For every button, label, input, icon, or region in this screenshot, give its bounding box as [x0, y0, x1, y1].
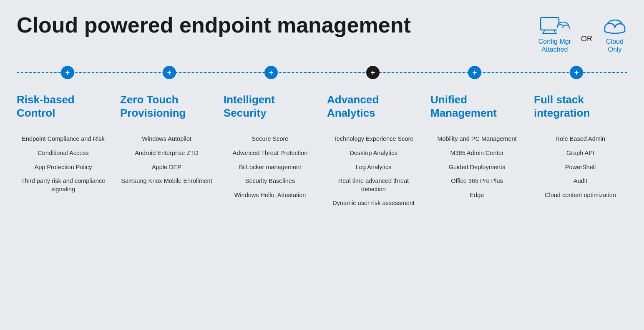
list-item: Advanced Threat Protection: [224, 149, 317, 158]
list-item: App Protection Policy: [17, 163, 110, 172]
column-title-intelligent-security: Intelligent Security: [224, 93, 317, 127]
list-item: Graph API: [534, 149, 627, 158]
monitor-cloud-icon: [540, 17, 570, 36]
header: Cloud powered endpoint management: [17, 13, 627, 53]
list-item: Office 365 Pro Plus: [430, 177, 523, 185]
timeline-node-6: +: [570, 66, 583, 79]
list-item: Endpoint Compliance and Risk: [17, 135, 110, 143]
list-item: Apple DEP: [120, 163, 213, 172]
column-risk-based-control: Risk-based ControlEndpoint Compliance an…: [17, 93, 115, 207]
list-item: Mobility and PC Management: [430, 135, 523, 143]
column-items-zero-touch-provisioning: Windows AutopilotAndroid Enterprise ZTDA…: [120, 135, 213, 185]
list-item: Edge: [430, 191, 523, 200]
list-item: Security Baselines: [224, 177, 317, 185]
timeline-node-2: +: [163, 66, 176, 79]
header-right: Config MgrAttached OR CloudOnly: [538, 13, 627, 53]
columns-container: Risk-based ControlEndpoint Compliance an…: [17, 93, 627, 207]
list-item: Dynamic user risk assessment: [327, 199, 420, 208]
column-title-risk-based-control: Risk-based Control: [17, 93, 110, 127]
list-item: Secure Score: [224, 135, 317, 143]
column-full-stack-integration: Full stack integrationRole Based AdminGr…: [529, 93, 627, 207]
list-item: Conditional Access: [17, 149, 110, 158]
list-item: Role Based Admin: [534, 135, 627, 143]
column-items-advanced-analytics: Technology Experience ScoreDesktop Analy…: [327, 135, 420, 207]
list-item: Third party risk and compliance signalin…: [17, 177, 110, 193]
timeline-node-3: +: [264, 66, 278, 79]
cloud-only-block: CloudOnly: [602, 17, 627, 53]
list-item: Android Enterprise ZTD: [120, 149, 213, 158]
svg-rect-0: [541, 18, 559, 30]
timeline: + + + + + +: [17, 65, 627, 80]
column-items-unified-management: Mobility and PC ManagementM365 Admin Cen…: [430, 135, 523, 199]
timeline-node-4: +: [366, 66, 380, 79]
config-mgr-block: Config MgrAttached: [538, 17, 571, 53]
list-item: Technology Experience Score: [327, 135, 420, 143]
column-unified-management: Unified ManagementMobility and PC Manage…: [425, 93, 529, 207]
column-title-full-stack-integration: Full stack integration: [534, 93, 627, 127]
column-items-intelligent-security: Secure ScoreAdvanced Threat ProtectionBi…: [224, 135, 317, 199]
list-item: Windows Hello, Attestation: [224, 191, 317, 200]
list-item: PowerShell: [534, 163, 627, 172]
list-item: Audit: [534, 177, 627, 185]
list-item: Desktop Analytics: [327, 149, 420, 158]
column-zero-touch-provisioning: Zero Touch ProvisioningWindows Autopilot…: [115, 93, 219, 207]
list-item: Samsung Knox Mobile Enrollment: [120, 177, 213, 185]
column-title-advanced-analytics: Advanced Analytics: [327, 93, 420, 127]
list-item: Log Analytics: [327, 163, 420, 172]
cloud-only-label: CloudOnly: [606, 38, 624, 53]
column-items-full-stack-integration: Role Based AdminGraph APIPowerShellAudit…: [534, 135, 627, 199]
cloud-only-icon: [602, 17, 627, 36]
config-mgr-label: Config MgrAttached: [538, 38, 571, 53]
timeline-node-5: +: [468, 66, 481, 79]
column-title-zero-touch-provisioning: Zero Touch Provisioning: [120, 93, 213, 127]
list-item: Real time advanced threat detection: [327, 177, 420, 193]
column-intelligent-security: Intelligent SecuritySecure ScoreAdvanced…: [219, 93, 322, 207]
column-title-unified-management: Unified Management: [430, 93, 523, 127]
timeline-node-1: +: [61, 66, 74, 79]
list-item: Windows Autopilot: [120, 135, 213, 143]
list-item: Cloud content optimization: [534, 191, 627, 200]
page: Cloud powered endpoint management: [0, 0, 644, 330]
timeline-dots: + + + + + +: [17, 66, 627, 79]
column-items-risk-based-control: Endpoint Compliance and RiskConditional …: [17, 135, 110, 193]
or-text: OR: [581, 35, 592, 43]
svg-rect-7: [557, 28, 569, 31]
list-item: BitLocker management: [224, 163, 317, 172]
list-item: Guided Deployments: [430, 163, 523, 172]
list-item: M365 Admin Center: [430, 149, 523, 158]
column-advanced-analytics: Advanced AnalyticsTechnology Experience …: [322, 93, 425, 207]
page-title: Cloud powered endpoint management: [17, 13, 411, 37]
